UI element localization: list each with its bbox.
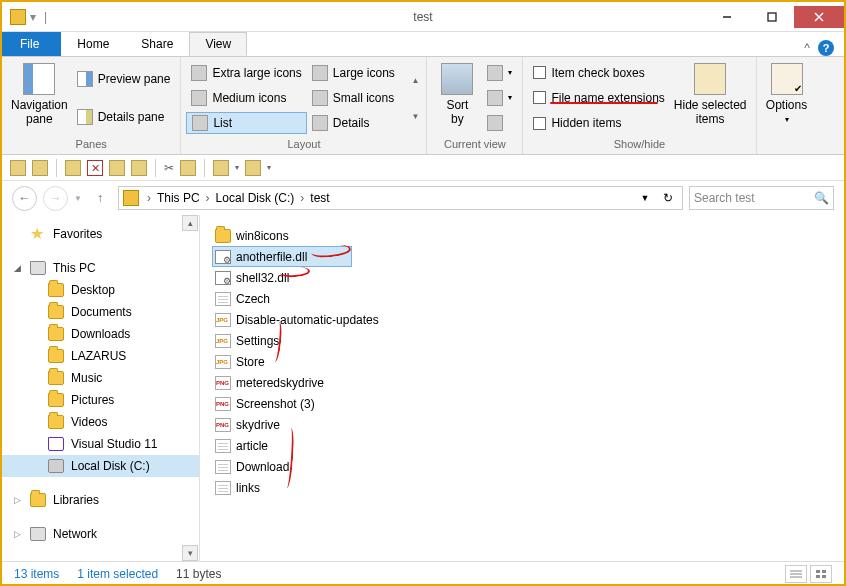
jpg-icon [215,355,231,369]
hidden-items-toggle[interactable]: Hidden items [528,112,669,134]
file-name: anotherfile.dll [236,250,307,264]
file-item[interactable]: Download [212,456,352,477]
details-button[interactable]: Details [307,112,410,134]
history-dropdown[interactable]: ▼ [74,194,82,203]
favorites-node[interactable]: ★Favorites [2,223,199,245]
forward-button[interactable]: → [43,186,68,211]
share-tab[interactable]: Share [125,32,189,56]
navigation-pane-button[interactable]: Navigation pane [7,60,72,136]
file-name: article [236,439,268,453]
folder-icon [215,229,231,243]
file-list[interactable]: win8iconsanotherfile.dllshell32.dllCzech… [200,215,844,561]
selection-count: 1 item selected [77,567,158,581]
file-item[interactable]: anotherfile.dll [212,246,352,267]
file-item[interactable]: Disable-automatic-updates [212,309,382,330]
qat-icon[interactable] [65,160,81,176]
jpg-icon [215,334,231,348]
sidebar-item[interactable]: Videos [2,411,199,433]
layout-group-label: Layout [186,136,421,154]
address-dropdown[interactable]: ▼ [635,188,655,208]
extra-large-icons-button[interactable]: Extra large icons [186,62,306,84]
breadcrumb-segment[interactable]: This PC [154,191,203,205]
item-check-boxes-toggle[interactable]: Item check boxes [528,62,669,84]
sidebar-item-label: Documents [71,305,132,319]
sidebar-item[interactable]: Local Disk (C:) [2,455,199,477]
file-item[interactable]: article [212,435,352,456]
file-name: skydrive [236,418,280,432]
thumbnails-view-toggle[interactable] [810,565,832,583]
home-tab[interactable]: Home [61,32,125,56]
help-icon[interactable]: ? [818,40,834,56]
details-pane-button[interactable]: Details pane [72,106,176,128]
ribbon: Navigation pane Preview pane Details pan… [2,57,844,155]
view-tab[interactable]: View [189,32,247,56]
sidebar-item[interactable]: Desktop [2,279,199,301]
qat-icon[interactable] [109,160,125,176]
medium-icons-button[interactable]: Medium icons [186,87,306,109]
close-button[interactable] [794,6,844,28]
txt-icon [215,292,231,306]
file-item[interactable]: shell32.dll [212,267,352,288]
file-item[interactable]: Screenshot (3) [212,393,352,414]
preview-pane-button[interactable]: Preview pane [72,68,176,90]
qat-icon[interactable]: ✕ [87,160,103,176]
small-icons-button[interactable]: Small icons [307,87,410,109]
back-button[interactable]: ← [12,186,37,211]
file-tab[interactable]: File [2,32,61,56]
address-bar[interactable]: › This PC› Local Disk (C:)› test ▼ ↻ [118,186,683,210]
qat-icon[interactable] [32,160,48,176]
breadcrumb-segment[interactable]: test [307,191,332,205]
file-name: win8icons [236,229,289,243]
list-button[interactable]: List [186,112,306,134]
options-button[interactable]: ✔ Options ▾ [762,60,812,148]
details-view-toggle[interactable] [785,565,807,583]
sidebar-item-label: Local Disk (C:) [71,459,150,473]
file-item[interactable]: win8icons [212,225,352,246]
folder-icon [48,393,64,407]
sidebar-item[interactable]: Pictures [2,389,199,411]
qat-icon[interactable] [245,160,261,176]
search-input[interactable]: Search test 🔍 [689,186,834,210]
hide-selected-items-button[interactable]: Hide selected items [670,60,751,136]
sidebar-item[interactable]: Documents [2,301,199,323]
file-name-extensions-toggle[interactable]: File name extensions [528,87,669,109]
file-name: Screenshot (3) [236,397,315,411]
minimize-ribbon-icon[interactable]: ^ [804,41,810,55]
sidebar-item[interactable]: Downloads [2,323,199,345]
sidebar-item[interactable]: Music [2,367,199,389]
libraries-node[interactable]: ▷Libraries [2,489,199,511]
up-button[interactable]: ↑ [88,186,112,210]
sort-by-button[interactable]: Sort by [432,60,482,136]
size-columns-button[interactable] [482,112,517,134]
this-pc-node[interactable]: ◢This PC [2,257,199,279]
file-item[interactable]: Store [212,351,352,372]
maximize-button[interactable] [749,6,794,28]
svg-rect-10 [822,575,826,578]
cut-icon[interactable]: ✂ [164,161,174,175]
add-columns-button[interactable]: ▾ [482,87,517,109]
qat-icon[interactable] [213,160,229,176]
file-item[interactable]: meteredskydrive [212,372,352,393]
breadcrumb-segment[interactable]: Local Disk (C:) [213,191,298,205]
group-by-button[interactable]: ▾ [482,62,517,84]
png-icon [215,376,231,390]
qat-icon[interactable] [10,160,26,176]
folder-icon [48,459,64,473]
qat-icon[interactable] [131,160,147,176]
window-title: test [413,10,432,24]
large-icons-button[interactable]: Large icons [307,62,410,84]
file-item[interactable]: links [212,477,352,498]
file-item[interactable]: skydrive [212,414,352,435]
minimize-button[interactable] [704,6,749,28]
network-node[interactable]: ▷Network [2,523,199,545]
svg-rect-7 [816,570,820,573]
scroll-up[interactable]: ▴ [182,215,198,231]
file-item[interactable]: Settings [212,330,352,351]
qat-icon[interactable] [180,160,196,176]
sidebar-item-label: Desktop [71,283,115,297]
sidebar-item[interactable]: LAZARUS [2,345,199,367]
scroll-down[interactable]: ▾ [182,545,198,561]
refresh-button[interactable]: ↻ [658,188,678,208]
file-item[interactable]: Czech [212,288,352,309]
sidebar-item[interactable]: Visual Studio 11 [2,433,199,455]
